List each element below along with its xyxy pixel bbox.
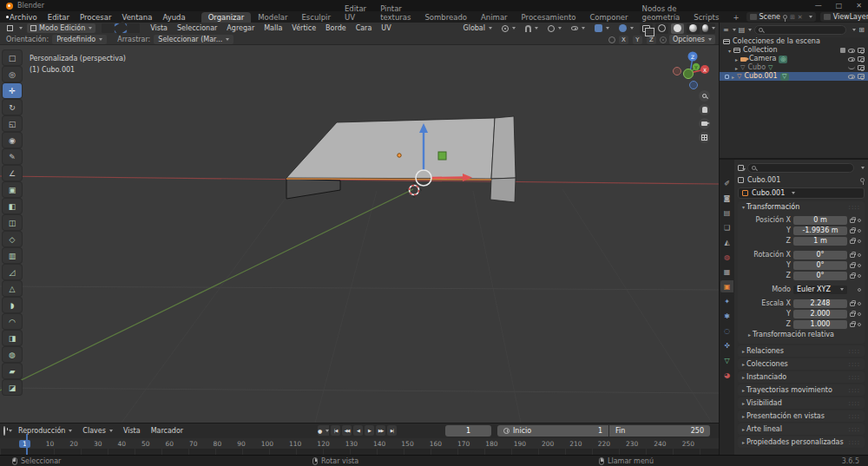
lock-icon[interactable] (850, 312, 855, 317)
position-y-field[interactable]: -1.9936 m (793, 226, 847, 235)
timeline-ruler[interactable]: 1 1020 3040 5060 7080 90100 110120 13014… (0, 438, 719, 449)
menu-seleccionar[interactable]: Seleccionar (173, 24, 221, 32)
new-scene-icon[interactable]: ⊞ (790, 14, 795, 21)
scale-y-field[interactable]: 2.000 (793, 310, 847, 318)
new-collection-button[interactable]: ⊞ (858, 26, 865, 34)
ortho-toggle-button[interactable] (699, 132, 710, 143)
collapse-icon[interactable] (735, 64, 738, 72)
tool-measure[interactable]: ∠ (3, 166, 22, 180)
hidden-eye-icon[interactable] (848, 66, 855, 69)
properties-editor-type-dropdown[interactable] (738, 165, 744, 171)
collection-row[interactable]: Collection (720, 46, 868, 55)
options-dropdown[interactable]: Opciones (669, 35, 715, 44)
tab-esculpir[interactable]: Esculpir (294, 12, 337, 23)
lock-icon[interactable] (850, 253, 855, 258)
lock-icon[interactable] (850, 274, 855, 279)
animate-dot[interactable] (858, 229, 861, 233)
menu-vertice[interactable]: Vértice (287, 24, 320, 32)
tool-move[interactable]: ✛ (3, 83, 22, 98)
pin-icon[interactable] (860, 178, 865, 182)
menu-reproduccion[interactable]: Reproducción (14, 427, 76, 435)
jump-to-end-button[interactable]: ▶| (387, 425, 397, 436)
tab-scripts[interactable]: Scripts (687, 12, 726, 23)
menu-archivo[interactable]: Archivo (4, 13, 43, 22)
tab-pintar-texturas[interactable]: Pintar texturas (373, 3, 418, 23)
animate-dot[interactable] (858, 264, 861, 267)
editor-type-dropdown[interactable] (3, 23, 26, 33)
selected-edge[interactable] (286, 179, 491, 180)
animate-dot[interactable] (858, 253, 861, 257)
frame-end-field[interactable]: Fin 250 (609, 425, 710, 436)
timeline-editor-type-dropdown[interactable] (3, 427, 12, 435)
orientation-preset-dropdown[interactable]: Predefinido (52, 35, 107, 44)
disable-render-icon[interactable] (858, 56, 865, 62)
props-tab-modifiers[interactable]: ✦ (720, 295, 733, 307)
snap-dropdown[interactable] (522, 23, 542, 33)
tab-organizar[interactable]: Organizar (201, 12, 252, 23)
props-tab-tool[interactable]: ✐ (720, 177, 733, 189)
menu-ayuda[interactable]: Ayuda (157, 13, 190, 22)
disable-render-icon[interactable] (858, 65, 865, 70)
props-tab-world[interactable]: ◍ (720, 251, 733, 263)
tool-shear[interactable]: ▰ (3, 364, 22, 378)
outliner-filter-dropdown[interactable] (849, 26, 856, 34)
pan-button[interactable] (699, 104, 710, 115)
xray-toggle[interactable] (640, 23, 653, 34)
tool-annotate[interactable]: ✎ (3, 149, 22, 164)
disable-render-icon[interactable] (858, 74, 865, 79)
disable-render-icon[interactable] (858, 48, 865, 53)
panel-arte-lineal[interactable]: Arte lineal:::: (738, 423, 865, 435)
lock-icon[interactable] (850, 264, 855, 268)
menu-malla[interactable]: Malla (260, 24, 286, 32)
cubo-001-row[interactable]: ▽ Cubo.001 ▽ (720, 72, 868, 81)
menu-vista[interactable]: Vista (146, 24, 172, 32)
next-keyframe-button[interactable]: ▶▶ (376, 425, 385, 436)
mode-dropdown[interactable]: Modo Edición (27, 23, 95, 33)
maximize-button[interactable]: □ (836, 0, 843, 11)
animate-dot[interactable] (858, 323, 861, 326)
object-name-field[interactable]: Cubo.001 (738, 187, 865, 199)
rotation-mode-dropdown[interactable]: Euler XYZ (793, 286, 847, 294)
props-tab-render[interactable]: ◙ (720, 192, 733, 204)
playhead[interactable] (26, 434, 28, 456)
shading-solid-button[interactable] (671, 23, 684, 34)
navigation-gizmo[interactable]: Z Y X (670, 49, 713, 95)
minimize-button[interactable]: — (815, 0, 822, 11)
props-tab-output[interactable]: ▤ (720, 207, 733, 219)
properties-options-dropdown[interactable] (858, 164, 865, 172)
tool-shrink-fatten[interactable]: ◍ (3, 347, 22, 362)
animate-dot[interactable] (858, 219, 861, 222)
tool-add-cube[interactable]: ▣ (3, 182, 22, 197)
vertex-select-button[interactable] (102, 23, 114, 33)
menu-cara[interactable]: Cara (352, 24, 377, 32)
close-button[interactable]: ✕ (856, 0, 862, 11)
properties-search-input[interactable] (747, 163, 854, 173)
viewport-3d[interactable]: Personalizada (perspectiva) (1) Cubo.001… (0, 45, 719, 423)
play-reverse-button[interactable]: ◀ (353, 425, 363, 436)
tool-cursor[interactable]: ◎ (3, 67, 22, 82)
collapse-icon[interactable] (735, 56, 738, 63)
props-tab-view-layer[interactable]: ❏ (720, 221, 733, 233)
menu-claves[interactable]: Claves (78, 427, 117, 435)
transform-orientation-dropdown[interactable]: Global (459, 23, 496, 33)
rotation-x-field[interactable]: 0° (793, 251, 847, 259)
transform-panel-header[interactable]: Transformación :::: (738, 201, 865, 213)
mirror-z-toggle[interactable]: Z (647, 36, 656, 44)
pin-icon[interactable] (783, 15, 787, 19)
tab-modelar[interactable]: Modelar (251, 12, 294, 23)
tool-rip-region[interactable]: ◪ (3, 380, 22, 395)
tool-inset-faces[interactable]: ◫ (3, 215, 22, 230)
lock-icon[interactable] (850, 240, 855, 244)
collapse-icon[interactable] (732, 73, 734, 81)
jump-to-start-button[interactable]: |◀ (331, 425, 340, 436)
prev-keyframe-button[interactable]: ◀◀ (342, 425, 352, 436)
shading-rendered-button[interactable] (702, 23, 715, 34)
tab-editar-uv[interactable]: Editar UV (338, 3, 373, 23)
props-tab-object-data[interactable]: ▽ (720, 354, 733, 366)
lock-icon[interactable] (850, 219, 855, 223)
animate-dot[interactable] (858, 312, 861, 316)
tool-knife[interactable]: ◿ (3, 265, 22, 279)
mirror-x-toggle[interactable]: X (619, 36, 628, 44)
position-x-field[interactable]: 0 m (793, 216, 847, 225)
menu-editar[interactable]: Editar (43, 13, 75, 22)
